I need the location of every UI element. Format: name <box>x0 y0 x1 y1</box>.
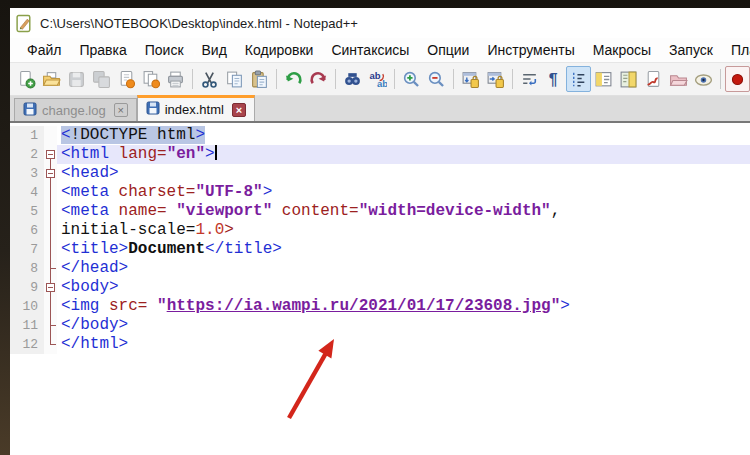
text-caret <box>215 145 217 160</box>
close-all-icon[interactable] <box>139 66 164 92</box>
toolbar: abab¶ <box>10 62 750 96</box>
toolbar-separator <box>394 69 395 89</box>
record-macro-icon[interactable] <box>725 66 750 92</box>
code-line: 8</head> <box>10 259 750 278</box>
code-line-text: <meta charset="UTF-8"> <box>57 183 750 202</box>
line-number: 11 <box>10 316 44 335</box>
paste-icon[interactable] <box>247 66 272 92</box>
title-bar[interactable]: C:\Users\NOTEBOOK\Desktop\index.html - N… <box>10 8 750 38</box>
saved-file-icon <box>23 102 37 119</box>
project-panel-icon[interactable] <box>666 66 691 92</box>
menu-item-file[interactable]: Файл <box>18 40 70 60</box>
word-wrap-icon[interactable] <box>517 66 542 92</box>
menu-item-language[interactable]: Синтаксисы <box>322 40 418 60</box>
code-line-text: <head> <box>57 164 750 183</box>
line-number: 1 <box>10 126 44 145</box>
code-line: 3<head> <box>10 164 750 183</box>
fold-margin <box>44 126 57 145</box>
fold-margin[interactable] <box>44 278 57 297</box>
save-all-icon[interactable] <box>89 66 114 92</box>
show-all-characters-icon[interactable]: ¶ <box>542 66 567 92</box>
toolbar-separator <box>276 69 277 89</box>
zoom-out-icon[interactable] <box>424 66 449 92</box>
code-line: 4<meta charset="UTF-8"> <box>10 183 750 202</box>
sync-horizontal-scroll-icon[interactable] <box>483 66 508 92</box>
fold-margin <box>44 183 57 202</box>
fold-margin <box>44 297 57 316</box>
window-title: C:\Users\NOTEBOOK\Desktop\index.html - N… <box>40 16 358 31</box>
open-file-icon[interactable] <box>39 66 64 92</box>
menu-item-edit[interactable]: Правка <box>70 40 135 60</box>
print-icon[interactable] <box>164 66 189 92</box>
menu-item-run[interactable]: Запуск <box>660 40 722 60</box>
copy-icon[interactable] <box>222 66 247 92</box>
line-number: 3 <box>10 164 44 183</box>
code-line: 10<img src= "https://ia.wampi.ru/2021/01… <box>10 297 750 316</box>
replace-icon[interactable]: abab <box>365 66 390 92</box>
tab-change-log[interactable]: change.log× <box>14 98 137 121</box>
menu-item-settings[interactable]: Опции <box>418 40 478 60</box>
line-number: 2 <box>10 145 44 164</box>
notepadpp-app-icon <box>15 14 34 33</box>
code-line-text: <!DOCTYPE html> <box>57 126 750 145</box>
notepadpp-window: C:\Users\NOTEBOOK\Desktop\index.html - N… <box>10 8 750 455</box>
line-number: 8 <box>10 259 44 278</box>
code-line: 11</body> <box>10 316 750 335</box>
code-line-text: <html lang="en"> <box>57 145 750 164</box>
fold-margin <box>44 202 57 221</box>
line-number: 5 <box>10 202 44 221</box>
document-switcher-icon[interactable] <box>641 66 666 92</box>
line-number: 10 <box>10 297 44 316</box>
toolbar-separator <box>192 69 193 89</box>
fold-collapse-icon <box>46 283 55 292</box>
code-line: 2<html lang="en"> <box>10 145 750 164</box>
line-number: 4 <box>10 183 44 202</box>
close-tab-icon[interactable]: × <box>232 103 246 117</box>
code-editor[interactable]: 1<!DOCTYPE html>2<html lang="en">3<head>… <box>10 123 750 455</box>
preview-eye-icon[interactable] <box>691 66 716 92</box>
fold-collapse-icon <box>46 169 55 178</box>
zoom-in-icon[interactable] <box>399 66 424 92</box>
document-map-icon[interactable] <box>616 66 641 92</box>
code-line-text: </html> <box>57 335 750 354</box>
close-tab-icon[interactable]: × <box>114 103 128 117</box>
close-file-icon[interactable] <box>114 66 139 92</box>
line-number: 12 <box>10 335 44 354</box>
code-line: 5<meta name= "viewport" content="width=d… <box>10 202 750 221</box>
saved-file-icon <box>146 101 160 118</box>
code-line-text: <title>Document</title> <box>57 240 750 259</box>
tab-label: index.html <box>165 102 224 117</box>
menu-item-tools[interactable]: Инструменты <box>478 40 583 60</box>
fold-margin[interactable] <box>44 145 57 164</box>
fold-margin <box>44 335 57 354</box>
toolbar-separator <box>335 69 336 89</box>
code-line-text: <body> <box>57 278 750 297</box>
find-icon[interactable] <box>340 66 365 92</box>
code-line: 9<body> <box>10 278 750 297</box>
fold-margin <box>44 221 57 240</box>
menu-item-plugins[interactable]: Плагины <box>722 40 750 60</box>
cut-icon[interactable] <box>197 66 222 92</box>
code-line-text: </head> <box>57 259 750 278</box>
menu-item-encoding[interactable]: Кодировки <box>236 40 323 60</box>
fold-margin <box>44 240 57 259</box>
undo-icon[interactable] <box>281 66 306 92</box>
tab-bar: change.log×index.html× <box>10 96 750 123</box>
redo-icon[interactable] <box>306 66 331 92</box>
fold-margin[interactable] <box>44 164 57 183</box>
code-line-text: <meta name= "viewport" content="width=de… <box>57 202 750 221</box>
menu-item-search[interactable]: Поиск <box>136 40 193 60</box>
menu-item-macro[interactable]: Макросы <box>584 40 660 60</box>
menu-item-view[interactable]: Вид <box>193 40 236 60</box>
code-line-text: <img src= "https://ia.wampi.ru/2021/01/1… <box>57 297 750 316</box>
code-line: 7<title>Document</title> <box>10 240 750 259</box>
indent-guides-icon[interactable] <box>566 66 591 92</box>
save-icon[interactable] <box>64 66 89 92</box>
new-file-icon[interactable] <box>14 66 39 92</box>
function-list-icon[interactable] <box>591 66 616 92</box>
code-line-text: initial-scale=1.0> <box>57 221 750 240</box>
tab-index-html[interactable]: index.html× <box>137 95 255 121</box>
desktop-background: C:\Users\NOTEBOOK\Desktop\index.html - N… <box>0 0 750 455</box>
sync-vertical-scroll-icon[interactable] <box>458 66 483 92</box>
line-number: 9 <box>10 278 44 297</box>
